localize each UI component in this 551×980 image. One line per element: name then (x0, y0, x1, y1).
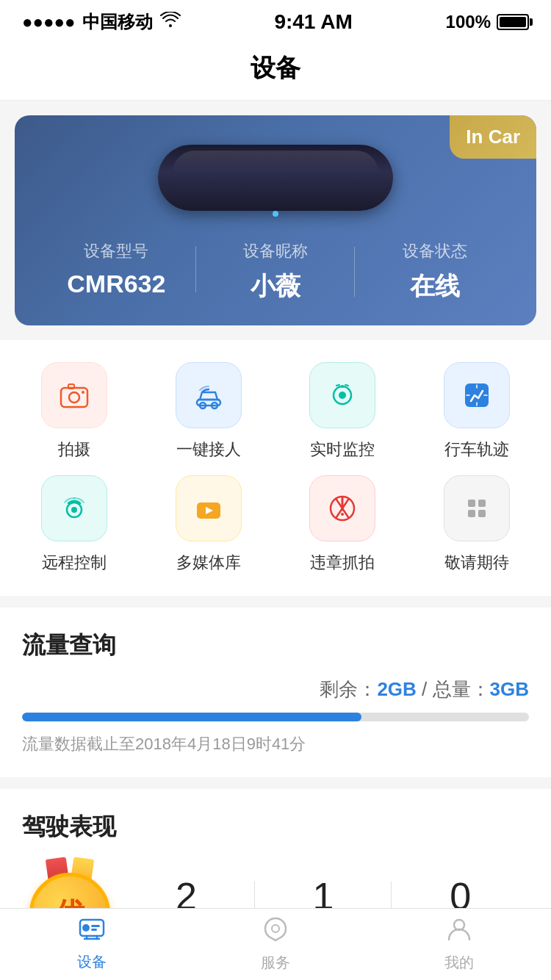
traffic-progress-fill (22, 713, 361, 721)
battery-percent: 100% (446, 12, 491, 32)
features-grid: 拍摄 一键接人 实时监控 行车轨迹 远程控制 多媒体库 违章抓拍 (7, 362, 544, 574)
nav-service-label: 服务 (261, 953, 290, 973)
model-label: 设备型号 (37, 240, 196, 262)
monitor-label: 实时监控 (310, 439, 375, 461)
feature-item-camera[interactable]: 拍摄 (7, 362, 142, 461)
nickname-value: 小薇 (196, 270, 356, 303)
svg-point-9 (341, 385, 344, 388)
wifi-icon (160, 12, 181, 32)
svg-rect-16 (468, 500, 475, 507)
in-car-badge: In Car (450, 115, 536, 159)
feature-item-media[interactable]: 多媒体库 (142, 475, 276, 574)
model-value: CMR632 (37, 270, 196, 298)
media-icon (176, 475, 242, 541)
traffic-summary: 剩余：2GB / 总量：3GB (22, 677, 529, 702)
track-label: 行车轨迹 (444, 439, 509, 461)
status-label: 设备状态 (355, 240, 514, 262)
feature-item-car[interactable]: 一键接人 (142, 362, 276, 461)
device-card: In Car 设备型号 CMR632 设备昵称 小薇 设备状态 在线 (15, 115, 536, 325)
svg-point-3 (82, 391, 84, 394)
monitor-icon (309, 362, 375, 428)
feature-item-remote[interactable]: 远程控制 (7, 475, 142, 574)
battery-icon (497, 14, 529, 30)
device-status-col: 设备状态 在线 (355, 240, 514, 303)
remote-label: 远程控制 (42, 552, 107, 574)
nav-mine-label: 我的 (444, 953, 474, 973)
svg-rect-23 (91, 929, 97, 931)
nav-device[interactable]: 设备 (0, 909, 184, 979)
nav-service[interactable]: 服务 (184, 909, 367, 980)
svg-rect-2 (68, 384, 74, 389)
device-nav-icon (78, 917, 106, 948)
svg-point-12 (71, 507, 77, 513)
carrier-signal: ●●●●● 中国移动 (22, 10, 181, 34)
more-icon (444, 475, 510, 541)
traffic-title: 流量查询 (22, 630, 529, 662)
svg-rect-18 (468, 510, 475, 517)
carrier-name: 中国移动 (82, 10, 153, 34)
svg-rect-22 (91, 925, 100, 927)
traffic-note: 流量数据截止至2018年4月18日9时41分 (22, 733, 529, 755)
feature-item-monitor[interactable]: 实时监控 (276, 362, 410, 461)
device-nickname-col: 设备昵称 小薇 (196, 240, 356, 303)
remain-value: 2GB (377, 678, 416, 700)
traffic-progress-bg (22, 713, 529, 721)
nav-mine[interactable]: 我的 (367, 909, 551, 980)
violation-icon (309, 475, 375, 541)
separator: / 总量： (417, 678, 490, 700)
mine-nav-icon (446, 916, 472, 948)
nickname-label: 设备昵称 (196, 240, 356, 262)
feature-item-track[interactable]: 行车轨迹 (410, 362, 544, 461)
car-label: 一键接人 (176, 439, 241, 461)
device-info: 设备型号 CMR632 设备昵称 小薇 设备状态 在线 (15, 233, 536, 303)
svg-rect-17 (478, 500, 486, 507)
svg-rect-0 (61, 388, 87, 407)
traffic-section: 流量查询 剩余：2GB / 总量：3GB 流量数据截止至2018年4月18日9时… (0, 608, 551, 777)
total-value: 3GB (490, 678, 529, 700)
svg-point-8 (339, 392, 346, 399)
camera-label: 拍摄 (58, 439, 90, 461)
features-section: 拍摄 一键接人 实时监控 行车轨迹 远程控制 多媒体库 违章抓拍 (0, 340, 551, 596)
camera-icon (41, 362, 107, 428)
remain-label: 剩余： (320, 678, 377, 700)
media-label: 多媒体库 (176, 552, 241, 574)
car-icon (176, 362, 242, 428)
svg-point-21 (82, 924, 90, 932)
feature-item-more[interactable]: 敬请期待 (410, 475, 544, 574)
violation-label: 违章抓拍 (310, 552, 375, 574)
service-nav-icon (262, 916, 289, 948)
track-icon (444, 362, 510, 428)
feature-item-violation[interactable]: 违章抓拍 (276, 475, 410, 574)
page-title-bar: 设备 (0, 44, 551, 101)
bottom-nav: 设备 服务 我的 (0, 908, 551, 980)
status-bar: ●●●●● 中国移动 9:41 AM 100% (0, 0, 551, 44)
more-label: 敬请期待 (444, 552, 509, 574)
driving-title: 驾驶表现 (22, 811, 529, 843)
device-model-col: 设备型号 CMR632 (37, 240, 196, 298)
remote-icon (41, 475, 107, 541)
status-value: 在线 (355, 270, 514, 303)
mirror-image (158, 145, 393, 211)
svg-point-1 (69, 392, 79, 403)
page-title: 设备 (0, 51, 551, 85)
signal-dots: ●●●●● (22, 12, 75, 32)
nav-device-label: 设备 (77, 952, 107, 972)
svg-point-15 (341, 513, 344, 516)
svg-rect-19 (478, 510, 486, 517)
battery-status: 100% (446, 12, 529, 32)
status-time: 9:41 AM (274, 10, 352, 34)
